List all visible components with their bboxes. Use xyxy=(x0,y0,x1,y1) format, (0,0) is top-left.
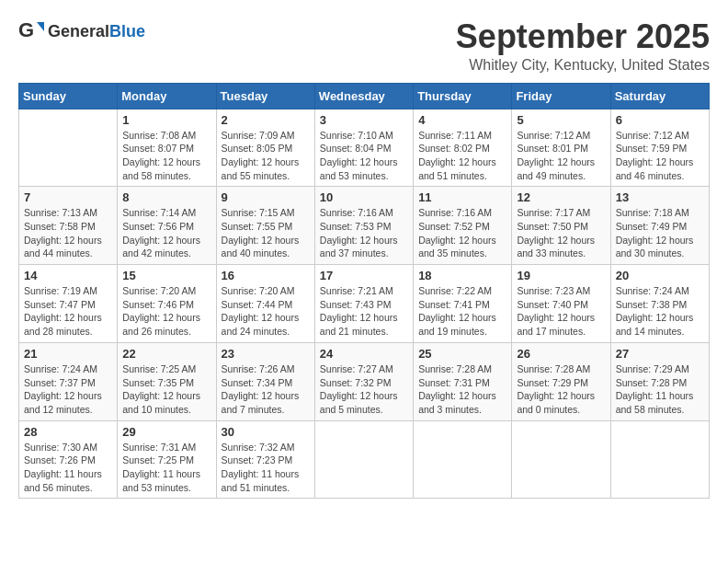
day-info: Sunrise: 7:28 AM Sunset: 7:29 PM Dayligh… xyxy=(517,362,605,417)
day-number: 26 xyxy=(517,347,605,361)
day-number: 12 xyxy=(517,190,605,204)
day-info: Sunrise: 7:18 AM Sunset: 7:49 PM Dayligh… xyxy=(616,206,704,260)
calendar-week-row: 7Sunrise: 7:13 AM Sunset: 7:58 PM Daylig… xyxy=(19,187,710,265)
month-title: September 2025 xyxy=(456,18,710,55)
day-info: Sunrise: 7:24 AM Sunset: 7:38 PM Dayligh… xyxy=(616,284,704,339)
calendar-cell: 20Sunrise: 7:24 AM Sunset: 7:38 PM Dayli… xyxy=(610,265,709,343)
calendar-cell xyxy=(610,420,709,499)
day-number: 15 xyxy=(122,269,210,282)
day-info: Sunrise: 7:11 AM Sunset: 8:02 PM Dayligh… xyxy=(418,129,506,183)
day-info: Sunrise: 7:29 AM Sunset: 7:28 PM Dayligh… xyxy=(616,362,704,417)
calendar-week-row: 14Sunrise: 7:19 AM Sunset: 7:47 PM Dayli… xyxy=(19,265,710,343)
day-number: 2 xyxy=(222,113,310,127)
calendar-cell xyxy=(314,420,413,499)
day-number: 1 xyxy=(122,113,210,127)
day-number: 14 xyxy=(24,269,112,282)
calendar-cell xyxy=(512,420,610,499)
day-info: Sunrise: 7:27 AM Sunset: 7:32 PM Dayligh… xyxy=(320,362,408,417)
day-number: 24 xyxy=(320,347,408,361)
day-info: Sunrise: 7:21 AM Sunset: 7:43 PM Dayligh… xyxy=(320,284,408,339)
day-number: 10 xyxy=(320,190,408,204)
calendar-cell: 26Sunrise: 7:28 AM Sunset: 7:29 PM Dayli… xyxy=(512,342,610,420)
day-number: 29 xyxy=(122,425,210,439)
calendar-cell: 18Sunrise: 7:22 AM Sunset: 7:41 PM Dayli… xyxy=(414,265,512,343)
day-number: 11 xyxy=(418,190,506,204)
day-header-wednesday: Wednesday xyxy=(314,83,413,109)
day-header-monday: Monday xyxy=(118,83,216,109)
day-info: Sunrise: 7:19 AM Sunset: 7:47 PM Dayligh… xyxy=(24,284,112,339)
day-number: 8 xyxy=(122,190,210,204)
calendar-cell: 27Sunrise: 7:29 AM Sunset: 7:28 PM Dayli… xyxy=(610,342,709,420)
calendar-header-row: SundayMondayTuesdayWednesdayThursdayFrid… xyxy=(19,83,710,109)
day-number: 17 xyxy=(320,269,408,282)
day-info: Sunrise: 7:15 AM Sunset: 7:55 PM Dayligh… xyxy=(222,206,310,260)
logo-general: General xyxy=(48,22,109,40)
day-info: Sunrise: 7:08 AM Sunset: 8:07 PM Dayligh… xyxy=(122,129,210,183)
calendar-cell: 24Sunrise: 7:27 AM Sunset: 7:32 PM Dayli… xyxy=(314,342,413,420)
day-info: Sunrise: 7:26 AM Sunset: 7:34 PM Dayligh… xyxy=(222,362,310,417)
day-number: 27 xyxy=(616,347,704,361)
day-number: 30 xyxy=(222,425,310,439)
day-info: Sunrise: 7:14 AM Sunset: 7:56 PM Dayligh… xyxy=(122,206,210,260)
title-section: September 2025 Whitley City, Kentucky, U… xyxy=(456,18,710,74)
calendar-cell: 4Sunrise: 7:11 AM Sunset: 8:02 PM Daylig… xyxy=(414,109,512,187)
calendar-week-row: 28Sunrise: 7:30 AM Sunset: 7:26 PM Dayli… xyxy=(19,420,710,499)
day-number: 9 xyxy=(222,190,310,204)
calendar-cell: 8Sunrise: 7:14 AM Sunset: 7:56 PM Daylig… xyxy=(118,187,216,265)
day-number: 21 xyxy=(24,347,112,361)
location-title: Whitley City, Kentucky, United States xyxy=(456,57,710,74)
calendar-cell: 16Sunrise: 7:20 AM Sunset: 7:44 PM Dayli… xyxy=(216,265,314,343)
day-info: Sunrise: 7:10 AM Sunset: 8:04 PM Dayligh… xyxy=(320,129,408,183)
day-header-friday: Friday xyxy=(512,83,610,109)
day-header-sunday: Sunday xyxy=(19,83,118,109)
calendar-cell: 5Sunrise: 7:12 AM Sunset: 8:01 PM Daylig… xyxy=(512,109,610,187)
calendar: SundayMondayTuesdayWednesdayThursdayFrid… xyxy=(18,83,710,500)
logo-icon: G xyxy=(18,18,44,44)
day-info: Sunrise: 7:23 AM Sunset: 7:40 PM Dayligh… xyxy=(517,284,605,339)
day-header-thursday: Thursday xyxy=(414,83,512,109)
day-info: Sunrise: 7:25 AM Sunset: 7:35 PM Dayligh… xyxy=(122,362,210,417)
calendar-cell: 17Sunrise: 7:21 AM Sunset: 7:43 PM Dayli… xyxy=(314,265,413,343)
day-info: Sunrise: 7:12 AM Sunset: 7:59 PM Dayligh… xyxy=(616,129,704,183)
calendar-cell: 13Sunrise: 7:18 AM Sunset: 7:49 PM Dayli… xyxy=(610,187,709,265)
calendar-cell: 25Sunrise: 7:28 AM Sunset: 7:31 PM Dayli… xyxy=(414,342,512,420)
calendar-cell: 3Sunrise: 7:10 AM Sunset: 8:04 PM Daylig… xyxy=(314,109,413,187)
day-number: 5 xyxy=(517,113,605,127)
day-info: Sunrise: 7:17 AM Sunset: 7:50 PM Dayligh… xyxy=(517,206,605,260)
day-number: 16 xyxy=(222,269,310,282)
day-number: 19 xyxy=(517,269,605,282)
day-number: 18 xyxy=(418,269,506,282)
day-number: 6 xyxy=(616,113,704,127)
day-number: 13 xyxy=(616,190,704,204)
calendar-cell: 10Sunrise: 7:16 AM Sunset: 7:53 PM Dayli… xyxy=(314,187,413,265)
calendar-cell: 29Sunrise: 7:31 AM Sunset: 7:25 PM Dayli… xyxy=(118,420,216,499)
day-info: Sunrise: 7:13 AM Sunset: 7:58 PM Dayligh… xyxy=(24,206,112,260)
calendar-cell: 21Sunrise: 7:24 AM Sunset: 7:37 PM Dayli… xyxy=(19,342,118,420)
calendar-cell: 7Sunrise: 7:13 AM Sunset: 7:58 PM Daylig… xyxy=(19,187,118,265)
day-number: 3 xyxy=(320,113,408,127)
calendar-cell: 12Sunrise: 7:17 AM Sunset: 7:50 PM Dayli… xyxy=(512,187,610,265)
day-number: 22 xyxy=(122,347,210,361)
calendar-cell xyxy=(414,420,512,499)
logo: G GeneralBlue xyxy=(18,18,145,44)
calendar-week-row: 1Sunrise: 7:08 AM Sunset: 8:07 PM Daylig… xyxy=(19,109,710,187)
day-number: 23 xyxy=(222,347,310,361)
day-info: Sunrise: 7:20 AM Sunset: 7:46 PM Dayligh… xyxy=(122,284,210,339)
svg-marker-1 xyxy=(37,22,44,31)
day-number: 25 xyxy=(418,347,506,361)
logo-blue: Blue xyxy=(109,22,145,40)
page-header: G GeneralBlue September 2025 Whitley Cit… xyxy=(18,18,710,74)
calendar-cell: 2Sunrise: 7:09 AM Sunset: 8:05 PM Daylig… xyxy=(216,109,314,187)
calendar-cell: 9Sunrise: 7:15 AM Sunset: 7:55 PM Daylig… xyxy=(216,187,314,265)
calendar-week-row: 21Sunrise: 7:24 AM Sunset: 7:37 PM Dayli… xyxy=(19,342,710,420)
day-info: Sunrise: 7:22 AM Sunset: 7:41 PM Dayligh… xyxy=(418,284,506,339)
calendar-cell xyxy=(19,109,118,187)
calendar-cell: 6Sunrise: 7:12 AM Sunset: 7:59 PM Daylig… xyxy=(610,109,709,187)
day-header-tuesday: Tuesday xyxy=(216,83,314,109)
day-info: Sunrise: 7:24 AM Sunset: 7:37 PM Dayligh… xyxy=(24,362,112,417)
calendar-cell: 28Sunrise: 7:30 AM Sunset: 7:26 PM Dayli… xyxy=(19,420,118,499)
calendar-cell: 22Sunrise: 7:25 AM Sunset: 7:35 PM Dayli… xyxy=(118,342,216,420)
calendar-cell: 23Sunrise: 7:26 AM Sunset: 7:34 PM Dayli… xyxy=(216,342,314,420)
calendar-cell: 1Sunrise: 7:08 AM Sunset: 8:07 PM Daylig… xyxy=(118,109,216,187)
day-header-saturday: Saturday xyxy=(610,83,709,109)
